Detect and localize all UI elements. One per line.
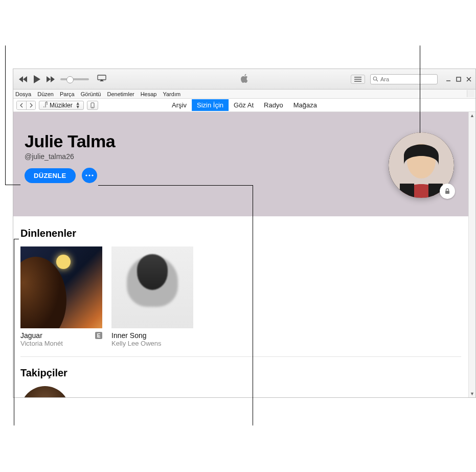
svg-rect-0 <box>98 75 106 80</box>
volume-slider[interactable] <box>60 78 89 80</box>
menu-song[interactable]: Parça <box>60 91 75 97</box>
playback-controls <box>18 75 106 84</box>
app-window: Dosya Düzen Parça Görüntü Denetimler Hes… <box>13 69 476 398</box>
updown-icon: ▲▼ <box>76 102 80 109</box>
svg-point-1 <box>373 77 377 80</box>
section-followers: Takipçiler <box>13 362 468 397</box>
titlebar-right <box>351 74 472 84</box>
nav-tabs: Arşiv Sizin İçin Göz At Radyo Mağaza <box>167 99 322 112</box>
svg-rect-4 <box>457 77 461 81</box>
next-track-button[interactable] <box>46 76 55 83</box>
album-row: Jaguar E Victoria Monét Inner Song Kelly… <box>20 246 461 347</box>
section-listening: Dinlenenler Jaguar E Victoria Monét Inne… <box>13 216 468 362</box>
tab-browse[interactable]: Göz At <box>229 99 259 111</box>
device-button[interactable] <box>87 101 98 110</box>
callout-line <box>420 46 420 133</box>
apple-logo-icon <box>240 74 248 85</box>
minimize-button[interactable] <box>445 76 452 83</box>
scroll-down-icon[interactable]: ▼ <box>469 390 475 397</box>
privacy-lock-badge[interactable] <box>440 184 455 199</box>
search-icon <box>373 75 378 84</box>
more-options-button[interactable] <box>82 168 97 183</box>
tab-store[interactable]: Mağaza <box>288 99 322 111</box>
tab-library[interactable]: Arşiv <box>167 99 192 111</box>
menu-view[interactable]: Görüntü <box>81 91 101 97</box>
music-note-icon <box>42 101 48 109</box>
vertical-scrollbar[interactable]: ▲ ▼ <box>468 112 475 397</box>
callout-line <box>98 185 253 186</box>
menu-file[interactable]: Dosya <box>15 91 31 97</box>
section-divider <box>20 356 461 357</box>
album-title: Jaguar <box>20 331 42 340</box>
section-title-listening: Dinlenenler <box>20 228 461 239</box>
scroll-track[interactable] <box>469 119 475 390</box>
svg-rect-13 <box>445 191 449 194</box>
play-button[interactable] <box>33 75 41 84</box>
menu-controls[interactable]: Denetimler <box>107 91 134 97</box>
ellipsis-icon <box>85 174 94 176</box>
lock-icon <box>444 188 451 195</box>
menu-bar: Dosya Düzen Parça Görüntü Denetimler Hes… <box>13 89 475 99</box>
album-artist: Kelly Lee Owens <box>111 340 193 347</box>
menu-help[interactable]: Yardım <box>163 91 180 97</box>
search-field[interactable] <box>370 74 438 84</box>
window-buttons <box>445 76 472 83</box>
menu-edit[interactable]: Düzen <box>37 91 54 97</box>
back-button[interactable] <box>17 101 26 109</box>
album-artist: Victoria Monét <box>20 340 102 347</box>
album-card[interactable]: Inner Song Kelly Lee Owens <box>111 246 193 347</box>
album-card[interactable]: Jaguar E Victoria Monét <box>20 246 102 347</box>
tab-for-you[interactable]: Sizin İçin <box>192 99 229 111</box>
tab-radio[interactable]: Radyo <box>259 99 288 111</box>
edit-profile-button[interactable]: DÜZENLE <box>25 168 76 183</box>
album-title: Inner Song <box>111 331 147 340</box>
album-cover[interactable] <box>111 246 193 328</box>
callout-line <box>5 185 20 185</box>
close-button[interactable] <box>465 76 472 83</box>
content-area: Julie Talma @julie_talma26 DÜZENLE <box>13 112 468 397</box>
nav-arrows <box>16 101 36 110</box>
library-picker-label: Müzikler <box>50 102 73 109</box>
airplay-icon[interactable] <box>97 75 106 84</box>
svg-point-7 <box>85 174 87 176</box>
title-bar <box>13 69 475 89</box>
menu-account[interactable]: Hesap <box>141 91 157 97</box>
profile-avatar-wrap <box>389 132 454 198</box>
profile-header: Julie Talma @julie_talma26 DÜZENLE <box>13 112 468 216</box>
album-cover[interactable] <box>20 246 102 328</box>
callout-line <box>14 239 14 425</box>
svg-point-9 <box>92 174 93 176</box>
explicit-badge: E <box>95 332 102 339</box>
follower-avatar[interactable] <box>20 386 70 397</box>
maximize-button[interactable] <box>455 76 462 83</box>
callout-line <box>5 46 6 185</box>
section-title-followers: Takipçiler <box>20 367 461 379</box>
svg-point-6 <box>92 106 93 107</box>
view-list-button[interactable] <box>351 75 365 84</box>
scroll-up-icon[interactable]: ▲ <box>469 112 475 119</box>
previous-track-button[interactable] <box>18 76 28 83</box>
library-picker[interactable]: Müzikler ▲▼ <box>39 101 84 110</box>
nav-row: Müzikler ▲▼ Arşiv Sizin İçin Göz At Rady… <box>13 99 475 112</box>
svg-point-8 <box>88 174 90 176</box>
svg-line-2 <box>376 80 378 81</box>
forward-button[interactable] <box>26 101 35 109</box>
search-input[interactable] <box>380 76 435 82</box>
callout-line <box>14 239 19 239</box>
callout-line <box>253 185 253 425</box>
